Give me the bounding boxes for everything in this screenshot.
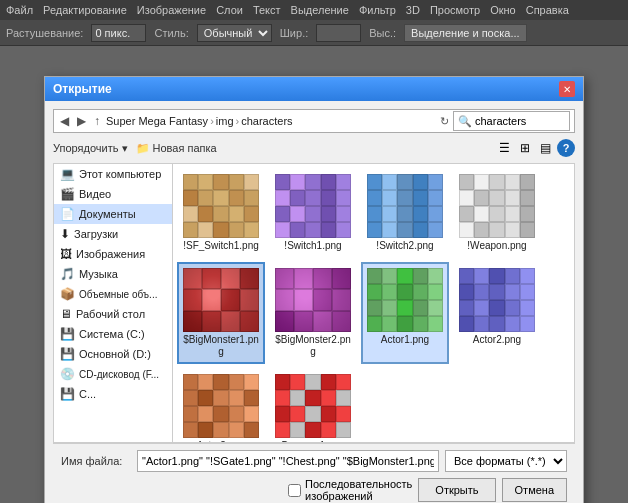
sidebar: 💻 Этот компьютер 🎬 Видео 📄 Документы ⬇ З… (53, 163, 173, 443)
file-item-sfsswitch1[interactable]: !SF_Switch1.png (177, 168, 265, 258)
sc (505, 190, 520, 206)
sc (229, 406, 244, 422)
sc (229, 422, 244, 438)
sidebar-item-downloads[interactable]: ⬇ Загрузки (54, 224, 172, 244)
sc (367, 284, 382, 300)
sc (382, 268, 397, 284)
style-select[interactable]: Обычный (197, 24, 272, 42)
sc (305, 174, 320, 190)
sc (505, 316, 520, 332)
sc (397, 174, 412, 190)
documents-icon: 📄 (60, 207, 75, 221)
sidebar-label-images: Изображения (76, 248, 145, 260)
menu-item-3d[interactable]: 3D (406, 4, 420, 16)
file-thumb-sfsswitch1 (183, 174, 259, 238)
sidebar-item-cd-drive[interactable]: 💿 CD-дисковод (F... (54, 364, 172, 384)
menu-item-text[interactable]: Текст (253, 4, 281, 16)
sidebar-item-desktop[interactable]: 🖥 Рабочий стол (54, 304, 172, 324)
sc (332, 268, 351, 289)
sidebar-item-d-drive[interactable]: 💾 Основной (D:) (54, 344, 172, 364)
menu-item-edit[interactable]: Редактирование (43, 4, 127, 16)
sc (183, 374, 198, 390)
new-folder-button[interactable]: 📁 Новая папка (136, 142, 217, 155)
sequence-checkbox[interactable] (288, 484, 301, 497)
view-list-button[interactable]: ☰ (495, 139, 514, 157)
sc (275, 374, 290, 390)
filename-label: Имя файла: (61, 455, 131, 467)
sc (183, 406, 198, 422)
sc (275, 390, 290, 406)
path-part-2[interactable]: img (216, 115, 234, 127)
width-input[interactable] (316, 24, 361, 42)
sc (520, 190, 535, 206)
feather-input[interactable] (91, 24, 146, 42)
menu-item-image[interactable]: Изображение (137, 4, 206, 16)
sc (382, 284, 397, 300)
sidebar-item-video[interactable]: 🎬 Видео (54, 184, 172, 204)
sprite-pattern (183, 174, 259, 238)
filename-input[interactable] (137, 450, 439, 472)
file-item-damage1[interactable]: Damage1.png (269, 368, 357, 443)
search-input[interactable] (475, 115, 565, 127)
menu-item-selection[interactable]: Выделение (291, 4, 349, 16)
menu-item-file[interactable]: Файл (6, 4, 33, 16)
up-button[interactable]: ↑ (92, 114, 102, 128)
file-item-switch2[interactable]: !Switch2.png (361, 168, 449, 258)
file-name-actor2: Actor2.png (473, 334, 521, 346)
sc (202, 268, 221, 289)
sidebar-item-c-drive[interactable]: 💾 Система (C:) (54, 324, 172, 344)
file-item-actor2[interactable]: Actor2.png (453, 262, 541, 364)
refresh-button[interactable]: ↻ (440, 115, 449, 128)
menu-item-layers[interactable]: Слои (216, 4, 243, 16)
forward-button[interactable]: ▶ (75, 114, 88, 128)
sidebar-label-documents: Документы (79, 208, 136, 220)
file-grid[interactable]: !SF_Switch1.png (173, 163, 575, 443)
sc (336, 206, 351, 222)
sc (183, 422, 198, 438)
sort-button[interactable]: Упорядочить ▾ (53, 142, 128, 155)
sc (321, 390, 336, 406)
cancel-button[interactable]: Отмена (502, 478, 567, 502)
file-item-actor3[interactable]: Actor3.png (177, 368, 265, 443)
sidebar-item-objects[interactable]: 📦 Объемные объ... (54, 284, 172, 304)
sc (332, 289, 351, 310)
sidebar-label-computer: Этот компьютер (79, 168, 161, 180)
selection-btn[interactable]: Выделение и поска... (404, 24, 526, 42)
help-button[interactable]: ? (557, 139, 575, 157)
file-name-switch2: !Switch2.png (376, 240, 433, 252)
sc (428, 190, 443, 206)
file-item-bigmonster2[interactable]: $BigMonster2.png (269, 262, 357, 364)
menu-item-view[interactable]: Просмотр (430, 4, 480, 16)
cd-icon: 💿 (60, 367, 75, 381)
sidebar-item-music[interactable]: 🎵 Музыка (54, 264, 172, 284)
sidebar-item-computer[interactable]: 💻 Этот компьютер (54, 164, 172, 184)
path-part-1[interactable]: Super Mega Fantasy (106, 115, 208, 127)
sc (474, 284, 489, 300)
sc (428, 222, 443, 238)
sidebar-item-misc[interactable]: 💾 С... (54, 384, 172, 404)
file-item-weapon[interactable]: !Weapon.png (453, 168, 541, 258)
view-grid-button[interactable]: ⊞ (516, 139, 534, 157)
back-button[interactable]: ◀ (58, 114, 71, 128)
path-part-3[interactable]: characters (241, 115, 292, 127)
sidebar-item-images[interactable]: 🖼 Изображения (54, 244, 172, 264)
sc (198, 390, 213, 406)
open-button[interactable]: Открыть (418, 478, 495, 502)
dialog-close-button[interactable]: ✕ (559, 81, 575, 97)
sc (213, 374, 228, 390)
sc (305, 422, 320, 438)
menu-item-help[interactable]: Справка (526, 4, 569, 16)
sidebar-item-documents[interactable]: 📄 Документы (54, 204, 172, 224)
sc (275, 174, 290, 190)
format-dropdown[interactable]: Все форматы (*.*) (445, 450, 567, 472)
search-icon: 🔍 (458, 115, 472, 128)
menu-item-window[interactable]: Окно (490, 4, 516, 16)
view-details-button[interactable]: ▤ (536, 139, 555, 157)
action-buttons: Открыть Отмена (418, 478, 567, 502)
file-item-switch1[interactable]: !Switch1.png (269, 168, 357, 258)
sc (183, 268, 202, 289)
menu-item-filter[interactable]: Фильтр (359, 4, 396, 16)
sc (382, 190, 397, 206)
file-item-actor1[interactable]: Actor1.png (361, 262, 449, 364)
file-item-bigmonster1[interactable]: $BigMonster1.png (177, 262, 265, 364)
